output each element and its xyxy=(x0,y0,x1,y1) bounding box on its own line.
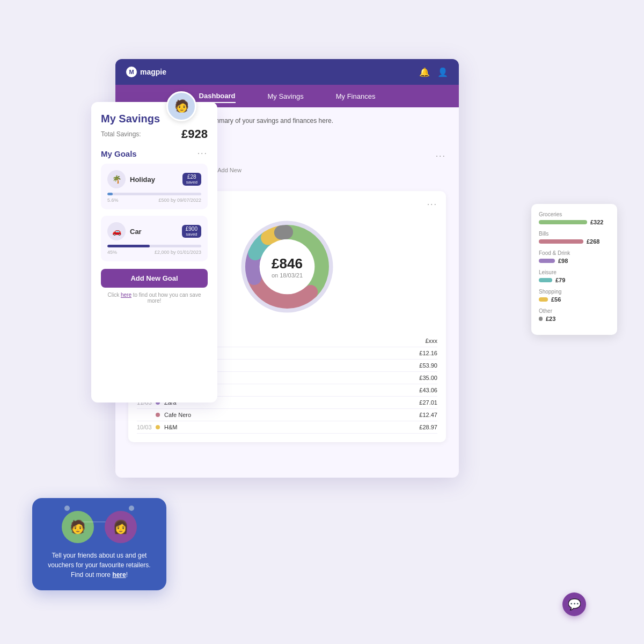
save-more-text: Click here to find out how you can save … xyxy=(101,292,208,304)
goal-car-icon: 🚗 xyxy=(107,222,126,240)
add-goal-button[interactable]: Add New Goal xyxy=(101,269,208,288)
legend-item: Shopping £56 xyxy=(539,289,610,303)
brand-name: magpie xyxy=(140,68,166,76)
legend-item: Groceries £322 xyxy=(539,211,610,225)
social-card: 🧑 👩 Tell your friends about us and get v… xyxy=(32,498,166,590)
spending-menu[interactable]: ··· xyxy=(427,200,437,209)
goal-holiday-meta: 5.6% £500 by 09/07/2022 xyxy=(107,197,201,203)
notification-icon[interactable]: 🔔 xyxy=(419,67,430,77)
user-avatar: 🧑 xyxy=(166,91,196,121)
legend-item: Bills £268 xyxy=(539,231,610,245)
accounts-menu[interactable]: ··· xyxy=(436,151,446,161)
savings-panel: My Savings Total Savings: £928 My Goals … xyxy=(91,102,217,402)
spending-amount: £846 xyxy=(272,255,303,272)
social-person-1: 🧑 xyxy=(62,511,94,543)
nav-dashboard[interactable]: Dashboard xyxy=(199,90,236,103)
goal-car-amount: £900 saved xyxy=(182,225,201,238)
goal-car-meta: 45% £2,000 by 01/01/2023 xyxy=(107,250,201,255)
save-more-link[interactable]: here xyxy=(121,292,131,298)
header-icons: 🔔 👤 xyxy=(419,67,448,77)
savings-total-label: Total Savings: xyxy=(101,130,141,138)
app-logo: M magpie xyxy=(126,67,166,77)
logo-icon: M xyxy=(126,67,137,77)
social-illustration: 🧑 👩 xyxy=(43,511,156,543)
legend-item: Food & Drink £98 xyxy=(539,250,610,264)
goal-holiday-header: 🌴 Holiday £28 saved xyxy=(107,170,201,188)
table-row: 10/03 H&M £28.97 xyxy=(137,421,437,434)
savings-total-value: £928 xyxy=(181,127,208,141)
social-link[interactable]: here xyxy=(112,571,126,579)
goals-title: My Goals xyxy=(101,149,137,158)
table-row: Cafe Nero £12.47 xyxy=(137,409,437,421)
goal-holiday-progress xyxy=(107,193,201,195)
legend-item: Leisure £79 xyxy=(539,269,610,283)
goal-car-name: Car xyxy=(130,228,182,236)
nav-finances[interactable]: My Finances xyxy=(336,90,376,103)
goal-holiday: 🌴 Holiday £28 saved 5.6% £500 by 09/07/2… xyxy=(101,164,208,209)
goal-holiday-amount: £28 saved xyxy=(182,173,201,186)
legend-item: Other £23 xyxy=(539,308,610,322)
goal-holiday-icon: 🌴 xyxy=(107,170,126,188)
goals-menu[interactable]: ··· xyxy=(197,149,208,158)
goal-car-header: 🚗 Car £900 saved xyxy=(107,222,201,240)
legend-items: Groceries £322 Bills £268 Food & Drink £… xyxy=(539,211,610,322)
donut-center: £846 on 18/03/21 xyxy=(272,255,303,279)
nav-savings[interactable]: My Savings xyxy=(268,90,304,103)
user-icon[interactable]: 👤 xyxy=(437,67,448,77)
social-person-2: 👩 xyxy=(105,511,137,543)
legend-card: Groceries £322 Bills £268 Food & Drink £… xyxy=(531,204,617,335)
goals-header: My Goals ··· xyxy=(101,149,208,158)
social-text: Tell your friends about us and get vouch… xyxy=(43,551,156,580)
savings-total-row: Total Savings: £928 xyxy=(101,127,208,141)
spending-date: on 18/03/21 xyxy=(272,272,303,279)
chat-fab[interactable]: 💬 xyxy=(562,592,586,616)
goal-car-progress xyxy=(107,245,201,247)
app-header: M magpie 🔔 👤 xyxy=(115,59,459,85)
goal-holiday-name: Holiday xyxy=(130,175,182,184)
goal-car: 🚗 Car £900 saved 45% £2,000 by 01/01/202… xyxy=(101,216,208,261)
